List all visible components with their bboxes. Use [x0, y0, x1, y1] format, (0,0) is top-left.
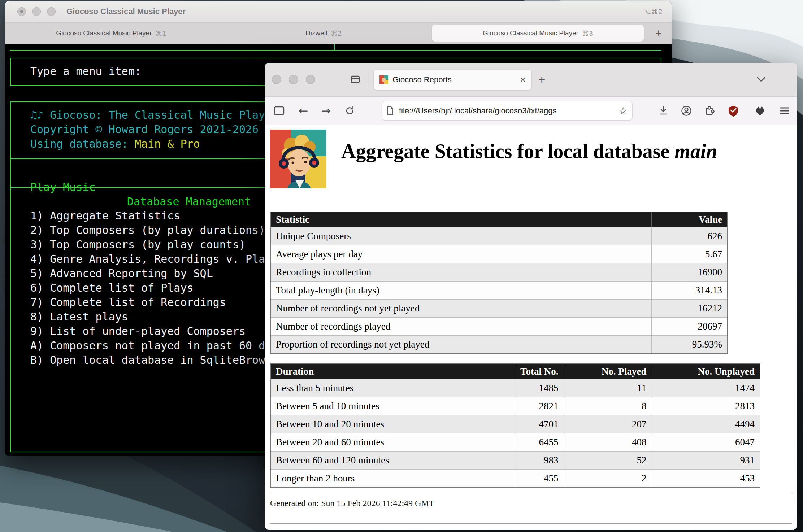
- table-row: Number of recordings played 20697: [270, 318, 728, 336]
- duration-cell: Between 20 and 60 minutes: [270, 433, 515, 452]
- close-window-icon[interactable]: [17, 7, 26, 16]
- sidebar-toggle-icon[interactable]: [274, 106, 285, 115]
- unplayed-cell: 2813: [652, 397, 760, 415]
- terminal-window-title: Giocoso Classical Music Player: [66, 1, 186, 22]
- address-bar[interactable]: ☆: [382, 101, 633, 121]
- terminal-new-tab-button[interactable]: +: [646, 23, 672, 44]
- terminal-titlebar: Giocoso Classical Music Player ⌥⌘2: [5, 1, 672, 23]
- tab-overview-icon[interactable]: [350, 74, 361, 85]
- terminal-window-shortcut: ⌥⌘2: [643, 1, 662, 22]
- terminal-window-controls: [17, 7, 56, 16]
- unplayed-cell: 453: [652, 470, 760, 488]
- played-cell: 2: [564, 470, 652, 488]
- browser-tab-giocoso-reports[interactable]: Giocoso Reports ×: [374, 70, 531, 90]
- page-title-database-name: main: [674, 140, 717, 162]
- column-header-unplayed: No. Unplayed: [652, 364, 760, 379]
- table-row: Total play-length (in days) 314.13: [270, 282, 728, 300]
- horizontal-rule: [270, 493, 792, 493]
- table-row: Unique Composers 626: [270, 227, 728, 245]
- minimize-window-icon[interactable]: [289, 75, 298, 84]
- table-row: Recordings in collection 16900: [270, 263, 728, 282]
- browser-tab-strip: Giocoso Reports × +: [265, 63, 797, 97]
- banner-app-line: ♫♪ Giocoso: The Classical Music Play: [30, 108, 265, 122]
- played-cell: 52: [564, 452, 652, 470]
- menu-section-database-management[interactable]: Database Management: [127, 195, 251, 209]
- column-header-statistic: Statistic: [270, 212, 651, 227]
- tab-title: Giocoso Reports: [392, 75, 452, 84]
- terminal-tab-1[interactable]: Giocoso Classical Music Player ⌘1: [5, 23, 217, 44]
- terminal-menu-item: A) Composers not played in past 60 d: [30, 339, 265, 353]
- duration-cell: Between 60 and 120 minutes: [270, 452, 515, 470]
- column-header-value: Value: [651, 212, 728, 227]
- tab-favicon: [379, 75, 388, 84]
- terminal-menu-item: 7) Complete list of Recordings: [30, 295, 265, 310]
- aggregate-statistics-table: Statistic Value Unique Composers 626 Ave…: [270, 212, 728, 354]
- report-page: Aggregate Statistics for local database …: [265, 125, 797, 530]
- page-icon: [387, 106, 394, 115]
- table-row: Number of recordings not yet played 1621…: [270, 300, 728, 318]
- forward-icon[interactable]: →: [321, 104, 331, 118]
- url-input[interactable]: [398, 106, 615, 116]
- tab-shortcut: ⌘1: [155, 29, 166, 38]
- terminal-tab-2[interactable]: Dizwell ⌘2: [217, 23, 430, 44]
- duration-table-body: Less than 5 minutes 1485 11 1474 Between…: [270, 379, 760, 488]
- reload-icon[interactable]: [344, 105, 355, 116]
- value-cell: 16212: [651, 300, 728, 318]
- database-label: Using database:: [30, 138, 135, 150]
- page-title-text: Aggregate Statistics for local database: [341, 140, 674, 162]
- terminal-border-tick: [334, 44, 335, 50]
- terminal-border-line: [10, 50, 661, 51]
- browser-new-tab-button[interactable]: +: [538, 71, 545, 89]
- terminal-menu-item: 4) Genre Analysis, Recordings v. Pla: [30, 252, 265, 266]
- played-cell: 207: [564, 415, 652, 433]
- statistic-cell: Number of recordings played: [270, 318, 651, 336]
- terminal-menu-item: 1) Aggregate Statistics: [30, 209, 265, 223]
- table-row: Less than 5 minutes 1485 11 1474: [270, 379, 760, 397]
- page-title: Aggregate Statistics for local database …: [341, 140, 717, 163]
- terminal-menu-item: B) Open local database in SqliteBrow: [30, 353, 265, 367]
- played-cell: 408: [564, 433, 652, 452]
- back-icon[interactable]: ←: [299, 104, 308, 118]
- unplayed-cell: 4494: [652, 415, 760, 433]
- duration-breakdown-table: Duration Total No. No. Played No. Unplay…: [270, 363, 760, 488]
- value-cell: 5.67: [651, 245, 728, 263]
- total-cell: 2821: [515, 397, 564, 415]
- duration-cell: Less than 5 minutes: [270, 379, 515, 397]
- downloads-icon[interactable]: [658, 105, 669, 116]
- bookmark-star-icon[interactable]: ☆: [619, 105, 628, 117]
- total-cell: 1485: [515, 379, 564, 397]
- horizontal-rule: [270, 523, 792, 524]
- database-value: Main & Pro: [135, 138, 200, 150]
- terminal-tab-3-active[interactable]: Giocoso Classical Music Player ⌘3: [432, 25, 644, 42]
- tab-shortcut: ⌘2: [331, 29, 342, 38]
- close-window-icon[interactable]: [272, 75, 281, 84]
- zoom-window-icon[interactable]: [306, 75, 315, 84]
- statistic-cell: Average plays per day: [270, 245, 651, 263]
- total-cell: 983: [515, 452, 564, 470]
- minimize-window-icon[interactable]: [32, 7, 41, 16]
- terminal-tab-bar: Giocoso Classical Music Player ⌘1 Dizwel…: [5, 23, 672, 44]
- column-header-duration: Duration: [270, 364, 515, 379]
- statistic-cell: Unique Composers: [270, 227, 651, 245]
- total-cell: 6455: [515, 433, 564, 452]
- column-header-total: Total No.: [515, 364, 564, 379]
- table-header-row: Statistic Value: [270, 212, 728, 227]
- ublock-shield-icon[interactable]: [728, 105, 739, 117]
- browser-window-controls: [272, 75, 315, 84]
- terminal-menu-item: 6) Complete list of Plays: [30, 281, 265, 295]
- zoom-window-icon[interactable]: [47, 7, 56, 16]
- close-tab-icon[interactable]: ×: [520, 74, 526, 86]
- chevron-down-icon[interactable]: [756, 77, 766, 82]
- unplayed-cell: 931: [652, 452, 760, 470]
- duration-cell: Between 5 and 10 minutes: [270, 397, 515, 415]
- account-icon[interactable]: [681, 105, 692, 117]
- extensions-puzzle-icon[interactable]: [704, 105, 715, 117]
- browser-navigation-bar: ← → ☆: [265, 97, 797, 125]
- table-row: Between 5 and 10 minutes 2821 8 2813: [270, 397, 760, 415]
- duration-cell: Longer than 2 hours: [270, 470, 515, 488]
- stats-table-body: Unique Composers 626 Average plays per d…: [270, 227, 728, 354]
- privacy-badger-icon[interactable]: [755, 105, 765, 116]
- menu-hamburger-icon[interactable]: [780, 108, 789, 114]
- table-row: Longer than 2 hours 455 2 453: [270, 470, 760, 488]
- terminal-menu-item: 8) Latest plays: [30, 310, 265, 324]
